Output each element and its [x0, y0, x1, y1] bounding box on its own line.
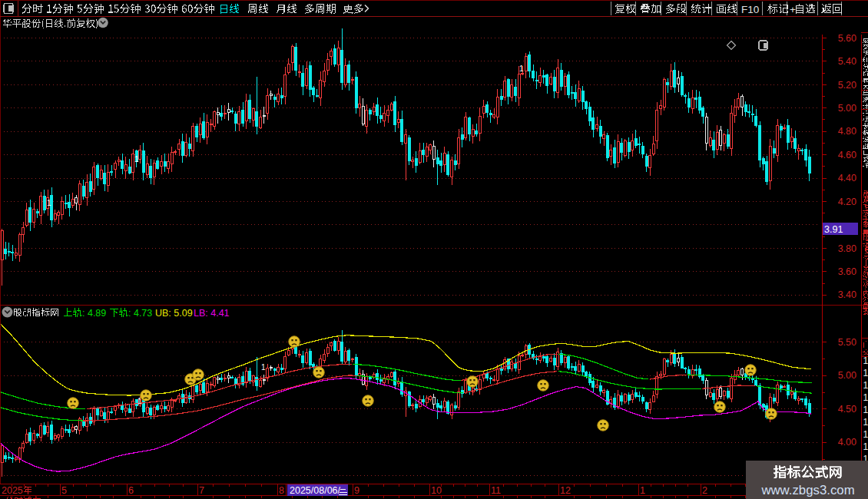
svg-text:2025/08/06/: 2025/08/06/ — [290, 485, 341, 496]
svg-text:1: 1 — [863, 429, 868, 440]
svg-text:4.60: 4.60 — [838, 150, 856, 160]
svg-text:1: 1 — [47, 199, 51, 207]
svg-text:6: 6 — [128, 485, 134, 496]
svg-text:1: 1 — [863, 417, 868, 428]
svg-text:1: 1 — [863, 380, 868, 391]
svg-text:UB: 5.09: UB: 5.09 — [155, 308, 193, 319]
svg-text:5.40: 5.40 — [838, 56, 856, 67]
svg-text:11: 11 — [491, 485, 501, 496]
svg-text:1: 1 — [640, 485, 645, 496]
svg-text:5.20: 5.20 — [838, 80, 856, 91]
svg-text:4.20: 4.20 — [838, 197, 856, 207]
svg-text:F10: F10 — [741, 4, 759, 15]
svg-text:1: 1 — [261, 363, 266, 372]
svg-text:1: 1 — [137, 397, 142, 405]
svg-text:5.50: 5.50 — [838, 337, 856, 348]
svg-text:1: 1 — [863, 405, 868, 415]
svg-text:1: 1 — [863, 392, 868, 403]
svg-text:4.00: 4.00 — [838, 437, 856, 448]
svg-text:3.91: 3.91 — [824, 224, 843, 235]
svg-text:www.zbgs3.com: www.zbgs3.com — [760, 483, 854, 497]
svg-text:4.80: 4.80 — [838, 126, 856, 137]
svg-text:1: 1 — [863, 441, 868, 452]
svg-text:3.80: 3.80 — [838, 243, 856, 254]
svg-text:8: 8 — [279, 485, 284, 496]
svg-text:LB: 4.41: LB: 4.41 — [194, 308, 230, 319]
svg-text:4.50: 4.50 — [838, 404, 856, 415]
svg-text:9: 9 — [354, 485, 359, 496]
svg-text:1: 1 — [519, 64, 524, 73]
svg-text:2025: 2025 — [2, 485, 23, 496]
svg-text:5.00: 5.00 — [838, 370, 856, 381]
svg-text:3.60: 3.60 — [838, 266, 856, 277]
svg-text:: 4.89: : 4.89 — [82, 308, 106, 319]
svg-text:5.60: 5.60 — [838, 33, 856, 44]
svg-text:7: 7 — [199, 485, 204, 496]
svg-text:10: 10 — [431, 485, 442, 496]
svg-text:1: 1 — [863, 368, 868, 378]
svg-text:5.00: 5.00 — [838, 103, 856, 114]
svg-text:12: 12 — [560, 485, 571, 496]
svg-text:+: + — [790, 4, 796, 15]
svg-text:2: 2 — [702, 485, 707, 496]
svg-text:5: 5 — [61, 485, 67, 496]
svg-text:1: 1 — [863, 355, 868, 366]
svg-text:1: 1 — [134, 155, 139, 164]
svg-text:3.40: 3.40 — [838, 289, 856, 300]
svg-text:: 4.73: : 4.73 — [128, 308, 152, 319]
svg-text:4.40: 4.40 — [838, 173, 856, 183]
